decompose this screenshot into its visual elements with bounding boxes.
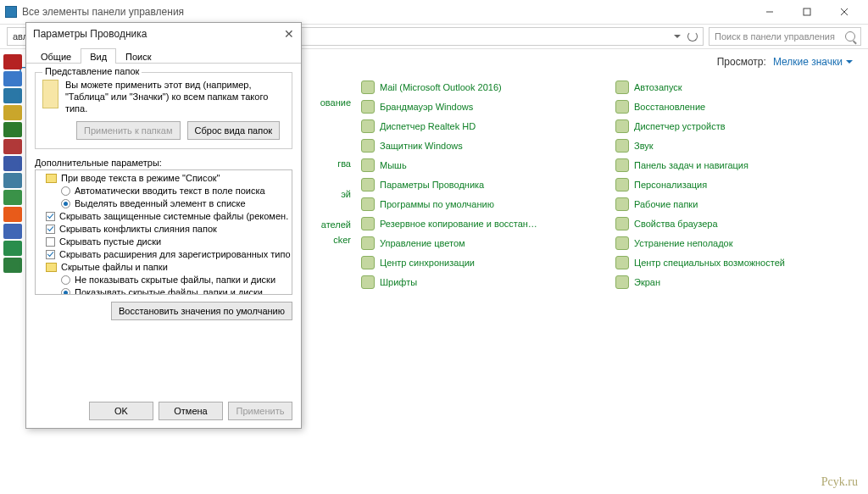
dialog-footer: OK Отмена Применить	[26, 394, 301, 428]
sidebar-item[interactable]	[3, 54, 22, 69]
cp-item[interactable]: cker	[305, 232, 351, 247]
cp-item[interactable]: Звук	[615, 138, 860, 153]
cp-item[interactable]	[305, 202, 351, 217]
radio[interactable]	[61, 288, 70, 294]
sidebar-item[interactable]	[3, 258, 22, 273]
cp-item[interactable]: эй	[305, 186, 351, 202]
folder-icon[interactable]	[46, 174, 57, 183]
refresh-icon[interactable]	[687, 31, 698, 42]
dialog-tabs: Общие Вид Поиск	[26, 45, 301, 64]
cp-item[interactable]	[305, 125, 351, 141]
cp-label: Управление цветом	[380, 238, 465, 248]
cp-item[interactable]: ателей	[305, 217, 351, 232]
cp-item[interactable]: Управление цветом	[361, 236, 605, 251]
tree-node[interactable]: Показывать скрытые файлы, папки и диски	[36, 286, 292, 294]
apply-to-folders-button[interactable]: Применить к папкам	[76, 121, 181, 140]
checkbox[interactable]	[46, 237, 55, 247]
radio[interactable]	[61, 275, 70, 285]
cp-item[interactable]: гва	[305, 156, 351, 171]
view-dropdown[interactable]: Мелкие значки	[773, 56, 853, 68]
checkbox[interactable]	[46, 225, 55, 234]
tree-node[interactable]: Скрытые файлы и папки	[36, 261, 292, 274]
cp-item[interactable]: Защитник Windows	[361, 138, 605, 153]
cp-item[interactable]: Экран	[615, 275, 860, 290]
tree-node[interactable]: Скрывать расширения для зарегистрированн…	[36, 248, 292, 261]
sidebar-item[interactable]	[3, 207, 22, 222]
minimize-button[interactable]	[751, 1, 788, 23]
radio[interactable]	[61, 186, 70, 196]
sidebar-item[interactable]	[3, 224, 22, 239]
dialog-titlebar: Параметры Проводника ✕	[26, 23, 301, 45]
sidebar-item[interactable]	[3, 122, 22, 137]
cp-item[interactable]: Мышь	[361, 158, 605, 173]
cp-item[interactable]	[305, 171, 351, 186]
ok-button[interactable]: OK	[89, 402, 153, 420]
sidebar-item[interactable]	[3, 241, 22, 256]
cp-item[interactable]: Рабочие папки	[615, 197, 860, 212]
cp-item[interactable]	[305, 141, 351, 156]
cp-item[interactable]: Панель задач и навигация	[615, 158, 860, 173]
sidebar-item[interactable]	[3, 156, 22, 171]
cp-item[interactable]: Диспетчер Realtek HD	[361, 119, 605, 134]
cp-item[interactable]: Программы по умолчанию	[361, 197, 605, 212]
tree-node[interactable]: Скрывать защищенные системные файлы (рек…	[36, 210, 292, 223]
close-button[interactable]	[826, 1, 863, 23]
sidebar-item[interactable]	[3, 88, 22, 103]
advanced-label: Дополнительные параметры:	[35, 158, 292, 168]
reset-folders-button[interactable]: Сброс вида папок	[187, 121, 281, 140]
cp-icon	[361, 158, 375, 172]
apply-button[interactable]: Применить	[228, 402, 292, 420]
tab-general[interactable]: Общие	[31, 48, 81, 64]
cp-icon	[361, 119, 375, 133]
radio[interactable]	[61, 199, 70, 208]
sidebar-item[interactable]	[3, 173, 22, 188]
chevron-down-icon[interactable]	[674, 35, 681, 42]
cp-item[interactable]	[305, 80, 351, 95]
tree-node[interactable]: Скрывать пустые диски	[36, 236, 292, 248]
cp-item[interactable]: Диспетчер устройств	[615, 119, 860, 134]
search-input[interactable]: Поиск в панели управления	[709, 27, 861, 46]
cp-item[interactable]: Свойства браузера	[615, 216, 860, 231]
cp-item[interactable]: Центр специальных возможностей	[615, 255, 860, 270]
cp-item[interactable]: Брандмауэр Windows	[361, 99, 605, 114]
checkbox[interactable]	[46, 250, 55, 259]
cp-label: Центр специальных возможностей	[634, 258, 785, 268]
cp-item[interactable]: Восстановление	[615, 99, 860, 114]
tree-node[interactable]: При вводе текста в режиме "Список"	[36, 172, 292, 185]
window-icon	[5, 6, 17, 18]
dialog-close-button[interactable]: ✕	[284, 27, 294, 41]
sidebar-item[interactable]	[3, 105, 22, 120]
cp-item[interactable]: Персонализация	[615, 177, 860, 192]
tree-node[interactable]: Не показывать скрытые файлы, папки и дис…	[36, 274, 292, 286]
cp-item[interactable]: ование	[305, 95, 351, 110]
watermark: Pcyk.ru	[821, 475, 858, 489]
cp-item[interactable]: Параметры Проводника	[361, 177, 605, 192]
tree-label: Выделять введенный элемент в списке	[75, 197, 246, 210]
sidebar-item[interactable]	[3, 190, 22, 205]
folder-icon[interactable]	[46, 263, 57, 272]
cp-item[interactable]: Резервное копирование и восстан…	[361, 216, 605, 231]
cp-item[interactable]	[305, 110, 351, 125]
cp-item[interactable]: Шрифты	[361, 275, 605, 290]
maximize-button[interactable]	[788, 1, 826, 23]
tree-node[interactable]: Выделять введенный элемент в списке	[36, 197, 292, 210]
sidebar-item[interactable]	[3, 71, 22, 86]
cp-item[interactable]: Mail (Microsoft Outlook 2016)	[361, 80, 605, 95]
checkbox[interactable]	[46, 212, 55, 221]
tab-view[interactable]: Вид	[81, 48, 116, 64]
cp-label: Панель задач и навигация	[634, 160, 748, 170]
search-icon	[845, 31, 855, 42]
tab-search[interactable]: Поиск	[116, 48, 160, 64]
restore-defaults-button[interactable]: Восстановить значения по умолчанию	[111, 302, 292, 320]
cp-item[interactable]: Устранение неполадок	[615, 236, 860, 251]
cp-item[interactable]: Центр синхронизации	[361, 255, 605, 270]
cp-item[interactable]: Автозапуск	[615, 80, 860, 95]
tree-node[interactable]: Скрывать конфликты слияния папок	[36, 223, 292, 236]
cp-label: Шрифты	[380, 277, 417, 287]
sidebar-item[interactable]	[3, 139, 22, 154]
folder-icon	[42, 80, 58, 108]
cp-icon	[615, 139, 629, 153]
advanced-tree[interactable]: При вводе текста в режиме "Список"Автома…	[35, 169, 292, 295]
tree-node[interactable]: Автоматически вводить текст в поле поиск…	[36, 185, 292, 197]
cancel-button[interactable]: Отмена	[159, 402, 223, 420]
